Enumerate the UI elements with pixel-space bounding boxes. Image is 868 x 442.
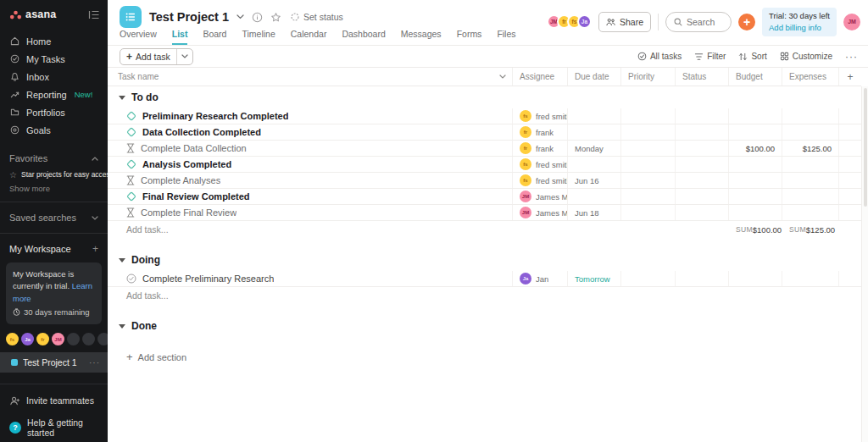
sidebar-item-goals[interactable]: Goals	[0, 121, 108, 139]
milestone-icon[interactable]	[126, 127, 136, 137]
status-cell[interactable]	[676, 124, 729, 140]
status-cell[interactable]	[676, 157, 729, 172]
expenses-cell[interactable]	[782, 205, 839, 220]
avatar[interactable]: Ja	[577, 14, 592, 29]
sort-button[interactable]: Sort	[738, 52, 766, 61]
tab-board[interactable]: Board	[203, 29, 226, 45]
priority-cell[interactable]	[621, 189, 676, 204]
budget-cell[interactable]	[729, 189, 782, 204]
scrollbar-thumb[interactable]	[864, 88, 867, 207]
budget-cell[interactable]	[729, 271, 782, 286]
status-cell[interactable]	[676, 108, 729, 124]
due-date-cell[interactable]	[568, 124, 621, 140]
column-priority[interactable]: Priority	[621, 68, 676, 86]
task-row[interactable]: Complete Preliminary ResearchJaJanTomorr…	[108, 271, 861, 287]
filter-button[interactable]: Filter	[694, 52, 726, 61]
favorites-header[interactable]: Favorites	[0, 150, 108, 167]
due-date-cell[interactable]: Monday	[568, 141, 621, 156]
task-name-cell[interactable]: Data Collection Completed	[108, 124, 513, 140]
expenses-cell[interactable]	[782, 271, 839, 286]
expenses-cell[interactable]	[782, 173, 839, 188]
add-section-button[interactable]: +Add section	[126, 351, 868, 363]
task-row[interactable]: Final Review CompletedJMJames M	[108, 189, 861, 205]
assignee-cell[interactable]: JaJan	[513, 271, 568, 286]
task-title[interactable]: Analysis Completed	[142, 159, 231, 169]
approval-icon[interactable]	[126, 175, 135, 185]
task-title[interactable]: Complete Preliminary Research	[142, 273, 274, 284]
task-row[interactable]: Analysis Completedfsfred smith	[108, 157, 861, 173]
milestone-icon[interactable]	[126, 111, 136, 121]
approval-icon[interactable]	[126, 143, 135, 153]
milestone-icon[interactable]	[126, 191, 136, 202]
tab-overview[interactable]: Overview	[120, 29, 157, 45]
star-icon[interactable]	[270, 12, 281, 23]
due-date-cell[interactable]	[568, 157, 621, 172]
priority-cell[interactable]	[621, 173, 676, 188]
task-name-cell[interactable]: Preliminary Research Completed	[108, 108, 513, 124]
expenses-cell[interactable]	[782, 157, 839, 172]
sidebar-item-home[interactable]: Home	[0, 32, 108, 50]
expenses-cell[interactable]: $125.00	[782, 141, 839, 156]
column-task-name[interactable]: Task name	[118, 72, 159, 81]
avatar[interactable]: fs	[520, 110, 531, 122]
task-name-cell[interactable]: Complete Preliminary Research	[108, 271, 513, 286]
assignee-cell[interactable]: fsfred smith	[513, 108, 568, 124]
help-button[interactable]: ? Help & getting started	[0, 413, 108, 442]
assignee-cell[interactable]: frfrank	[513, 124, 568, 140]
add-task-button[interactable]: + Add task	[120, 48, 193, 65]
avatar[interactable]: Ja	[21, 333, 34, 345]
priority-cell[interactable]	[621, 141, 676, 156]
task-row[interactable]: Complete Data CollectionfrfrankMonday$10…	[108, 141, 861, 157]
due-date-cell[interactable]: Tomorrow	[568, 271, 621, 286]
due-date-cell[interactable]: Jun 16	[568, 173, 621, 188]
task-row[interactable]: Data Collection Completedfrfrank	[108, 124, 861, 141]
priority-cell[interactable]	[621, 124, 676, 140]
sidebar-project-test-project-1[interactable]: Test Project 1 ···	[0, 352, 108, 373]
add-task-row[interactable]: Add task...SUM$100.00SUM$125.00	[108, 221, 861, 238]
toolbar-overflow-icon[interactable]: ···	[845, 51, 858, 63]
search-box[interactable]	[665, 12, 732, 32]
assignee-cell[interactable]: JMJames M	[513, 205, 568, 220]
user-avatar[interactable]: JM	[843, 14, 860, 30]
task-title[interactable]: Complete Final Review	[141, 207, 236, 218]
budget-cell[interactable]	[729, 205, 782, 220]
due-date-cell[interactable]	[568, 108, 621, 124]
assignee-cell[interactable]: fsfred smith	[513, 157, 568, 172]
set-status-button[interactable]: Set status	[291, 12, 343, 22]
budget-cell[interactable]	[729, 124, 782, 140]
asana-logo[interactable]: asana	[9, 8, 56, 20]
customize-button[interactable]: Customize	[780, 52, 832, 61]
project-overflow-icon[interactable]: ···	[89, 358, 100, 367]
budget-cell[interactable]	[729, 108, 782, 124]
task-title[interactable]: Complete Analyses	[141, 175, 220, 185]
avatar[interactable]: JM	[52, 333, 64, 345]
avatar[interactable]: fs	[520, 158, 531, 170]
assignee-cell[interactable]: JMJames M	[513, 189, 568, 204]
add-billing-link[interactable]: Add billing info	[769, 22, 830, 34]
task-row[interactable]: Preliminary Research Completedfsfred smi…	[108, 108, 861, 124]
task-row[interactable]: Complete Analysesfsfred smithJun 16	[108, 173, 861, 189]
avatar[interactable]: fr	[520, 126, 531, 138]
column-due-date[interactable]: Due date	[568, 68, 621, 86]
tab-files[interactable]: Files	[497, 29, 515, 45]
scrollbar[interactable]	[861, 86, 868, 442]
task-title[interactable]: Complete Data Collection	[141, 143, 247, 153]
workspace-header[interactable]: My Workspace +	[0, 240, 108, 257]
task-row[interactable]: Complete Final ReviewJMJames MJun 18	[108, 205, 861, 221]
priority-cell[interactable]	[621, 271, 676, 286]
status-cell[interactable]	[676, 173, 729, 188]
tab-messages[interactable]: Messages	[401, 29, 442, 45]
plus-icon[interactable]: +	[92, 243, 98, 255]
section-header-doing[interactable]: Doing	[108, 249, 868, 271]
chevron-down-icon[interactable]	[499, 75, 506, 79]
search-input[interactable]	[687, 17, 726, 27]
task-title[interactable]: Preliminary Research Completed	[142, 111, 288, 121]
avatar[interactable]: JM	[520, 207, 531, 218]
avatar[interactable]: fr	[36, 333, 49, 345]
avatar[interactable]: JM	[520, 191, 531, 202]
trial-banner[interactable]: Trial: 30 days left Add billing info	[762, 8, 837, 36]
task-title[interactable]: Final Review Completed	[142, 191, 250, 202]
column-status[interactable]: Status	[676, 68, 729, 86]
column-assignee[interactable]: Assignee	[513, 68, 568, 86]
expenses-cell[interactable]	[782, 108, 839, 124]
